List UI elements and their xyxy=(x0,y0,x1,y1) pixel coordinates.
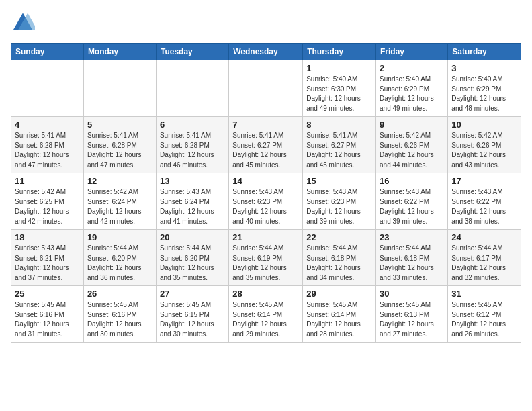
day-number: 28 xyxy=(232,289,299,299)
day-number: 21 xyxy=(232,232,299,242)
calendar-week-5: 25Sunrise: 5:45 AMSunset: 6:16 PMDayligh… xyxy=(11,286,521,342)
day-info: Sunrise: 5:41 AMSunset: 6:27 PMDaylight:… xyxy=(232,131,299,170)
day-number: 1 xyxy=(306,63,372,73)
day-number: 5 xyxy=(87,120,152,130)
day-info: Sunrise: 5:43 AMSunset: 6:23 PMDaylight:… xyxy=(232,187,299,226)
calendar-cell: 22Sunrise: 5:44 AMSunset: 6:18 PMDayligh… xyxy=(303,230,376,286)
day-number: 7 xyxy=(232,120,299,130)
calendar-cell: 31Sunrise: 5:45 AMSunset: 6:12 PMDayligh… xyxy=(448,286,521,342)
calendar-cell: 7Sunrise: 5:41 AMSunset: 6:27 PMDaylight… xyxy=(229,117,303,173)
calendar-cell: 26Sunrise: 5:45 AMSunset: 6:16 PMDayligh… xyxy=(83,286,156,342)
day-number: 13 xyxy=(160,176,225,186)
day-info: Sunrise: 5:41 AMSunset: 6:27 PMDaylight:… xyxy=(306,131,372,170)
day-number: 22 xyxy=(306,232,372,242)
day-number: 18 xyxy=(15,232,80,242)
day-number: 26 xyxy=(87,289,152,299)
day-info: Sunrise: 5:40 AMSunset: 6:29 PMDaylight:… xyxy=(380,75,444,113)
day-number: 29 xyxy=(306,289,372,299)
calendar-cell: 3Sunrise: 5:40 AMSunset: 6:29 PMDaylight… xyxy=(448,60,521,117)
calendar-cell: 13Sunrise: 5:43 AMSunset: 6:24 PMDayligh… xyxy=(156,173,228,230)
day-info: Sunrise: 5:44 AMSunset: 6:20 PMDaylight:… xyxy=(160,244,225,283)
weekday-header-monday: Monday xyxy=(83,44,156,60)
calendar-cell: 25Sunrise: 5:45 AMSunset: 6:16 PMDayligh… xyxy=(11,286,84,342)
calendar-week-3: 11Sunrise: 5:42 AMSunset: 6:25 PMDayligh… xyxy=(11,173,521,230)
logo-icon xyxy=(11,11,35,35)
day-info: Sunrise: 5:45 AMSunset: 6:16 PMDaylight:… xyxy=(15,300,80,339)
logo xyxy=(11,11,38,35)
calendar-cell: 20Sunrise: 5:44 AMSunset: 6:20 PMDayligh… xyxy=(156,230,228,286)
day-number: 12 xyxy=(87,176,152,186)
day-number: 15 xyxy=(306,176,372,186)
day-info: Sunrise: 5:40 AMSunset: 6:29 PMDaylight:… xyxy=(451,75,517,113)
day-info: Sunrise: 5:42 AMSunset: 6:24 PMDaylight:… xyxy=(87,187,152,226)
day-info: Sunrise: 5:44 AMSunset: 6:17 PMDaylight:… xyxy=(451,244,517,283)
weekday-header-tuesday: Tuesday xyxy=(156,44,228,60)
calendar-cell: 17Sunrise: 5:43 AMSunset: 6:22 PMDayligh… xyxy=(448,173,521,230)
day-number: 11 xyxy=(15,176,80,186)
page-header xyxy=(11,11,521,35)
calendar-cell: 4Sunrise: 5:41 AMSunset: 6:28 PMDaylight… xyxy=(11,117,84,173)
day-info: Sunrise: 5:41 AMSunset: 6:28 PMDaylight:… xyxy=(15,131,80,170)
calendar-week-4: 18Sunrise: 5:43 AMSunset: 6:21 PMDayligh… xyxy=(11,230,521,286)
day-info: Sunrise: 5:43 AMSunset: 6:23 PMDaylight:… xyxy=(306,187,372,226)
calendar-cell: 30Sunrise: 5:45 AMSunset: 6:13 PMDayligh… xyxy=(376,286,448,342)
day-info: Sunrise: 5:41 AMSunset: 6:28 PMDaylight:… xyxy=(87,131,152,170)
day-info: Sunrise: 5:45 AMSunset: 6:13 PMDaylight:… xyxy=(380,300,444,339)
calendar-cell: 27Sunrise: 5:45 AMSunset: 6:15 PMDayligh… xyxy=(156,286,228,342)
day-number: 4 xyxy=(15,120,80,130)
calendar-cell: 14Sunrise: 5:43 AMSunset: 6:23 PMDayligh… xyxy=(229,173,303,230)
day-info: Sunrise: 5:45 AMSunset: 6:12 PMDaylight:… xyxy=(451,300,517,339)
day-info: Sunrise: 5:40 AMSunset: 6:30 PMDaylight:… xyxy=(306,75,372,113)
day-number: 31 xyxy=(451,289,517,299)
day-info: Sunrise: 5:45 AMSunset: 6:14 PMDaylight:… xyxy=(306,300,372,339)
calendar-cell: 16Sunrise: 5:43 AMSunset: 6:22 PMDayligh… xyxy=(376,173,448,230)
calendar-cell: 8Sunrise: 5:41 AMSunset: 6:27 PMDaylight… xyxy=(303,117,376,173)
calendar-week-1: 1Sunrise: 5:40 AMSunset: 6:30 PMDaylight… xyxy=(11,60,521,117)
day-info: Sunrise: 5:42 AMSunset: 6:26 PMDaylight:… xyxy=(451,131,517,170)
day-number: 9 xyxy=(380,120,444,130)
day-info: Sunrise: 5:41 AMSunset: 6:28 PMDaylight:… xyxy=(160,131,225,170)
weekday-header-wednesday: Wednesday xyxy=(229,44,303,60)
calendar-cell: 10Sunrise: 5:42 AMSunset: 6:26 PMDayligh… xyxy=(448,117,521,173)
calendar-cell: 11Sunrise: 5:42 AMSunset: 6:25 PMDayligh… xyxy=(11,173,84,230)
day-number: 10 xyxy=(451,120,517,130)
calendar-cell: 29Sunrise: 5:45 AMSunset: 6:14 PMDayligh… xyxy=(303,286,376,342)
day-info: Sunrise: 5:42 AMSunset: 6:25 PMDaylight:… xyxy=(15,187,80,226)
day-info: Sunrise: 5:44 AMSunset: 6:19 PMDaylight:… xyxy=(232,244,299,283)
day-number: 19 xyxy=(87,232,152,242)
calendar-cell xyxy=(11,60,84,117)
day-number: 20 xyxy=(160,232,225,242)
day-number: 2 xyxy=(380,63,444,73)
calendar-table: SundayMondayTuesdayWednesdayThursdayFrid… xyxy=(11,43,521,342)
calendar-cell: 24Sunrise: 5:44 AMSunset: 6:17 PMDayligh… xyxy=(448,230,521,286)
day-info: Sunrise: 5:44 AMSunset: 6:20 PMDaylight:… xyxy=(87,244,152,283)
day-number: 8 xyxy=(306,120,372,130)
day-info: Sunrise: 5:43 AMSunset: 6:24 PMDaylight:… xyxy=(160,187,225,226)
calendar-cell: 2Sunrise: 5:40 AMSunset: 6:29 PMDaylight… xyxy=(376,60,448,117)
weekday-header-friday: Friday xyxy=(376,44,448,60)
day-info: Sunrise: 5:44 AMSunset: 6:18 PMDaylight:… xyxy=(306,244,372,283)
day-info: Sunrise: 5:43 AMSunset: 6:22 PMDaylight:… xyxy=(451,187,517,226)
day-number: 23 xyxy=(380,232,444,242)
day-number: 27 xyxy=(160,289,225,299)
calendar-cell: 21Sunrise: 5:44 AMSunset: 6:19 PMDayligh… xyxy=(229,230,303,286)
calendar-cell xyxy=(83,60,156,117)
day-number: 6 xyxy=(160,120,225,130)
calendar-cell: 15Sunrise: 5:43 AMSunset: 6:23 PMDayligh… xyxy=(303,173,376,230)
weekday-header-saturday: Saturday xyxy=(448,44,521,60)
day-number: 17 xyxy=(451,176,517,186)
day-number: 25 xyxy=(15,289,80,299)
day-number: 14 xyxy=(232,176,299,186)
day-info: Sunrise: 5:45 AMSunset: 6:14 PMDaylight:… xyxy=(232,300,299,339)
calendar-cell: 6Sunrise: 5:41 AMSunset: 6:28 PMDaylight… xyxy=(156,117,228,173)
calendar-cell xyxy=(229,60,303,117)
calendar-cell: 9Sunrise: 5:42 AMSunset: 6:26 PMDaylight… xyxy=(376,117,448,173)
day-info: Sunrise: 5:45 AMSunset: 6:15 PMDaylight:… xyxy=(160,300,225,339)
weekday-header-sunday: Sunday xyxy=(11,44,84,60)
calendar-cell: 28Sunrise: 5:45 AMSunset: 6:14 PMDayligh… xyxy=(229,286,303,342)
day-number: 30 xyxy=(380,289,444,299)
weekday-header-thursday: Thursday xyxy=(303,44,376,60)
calendar-cell: 5Sunrise: 5:41 AMSunset: 6:28 PMDaylight… xyxy=(83,117,156,173)
day-info: Sunrise: 5:42 AMSunset: 6:26 PMDaylight:… xyxy=(380,131,444,170)
day-number: 3 xyxy=(451,63,517,73)
